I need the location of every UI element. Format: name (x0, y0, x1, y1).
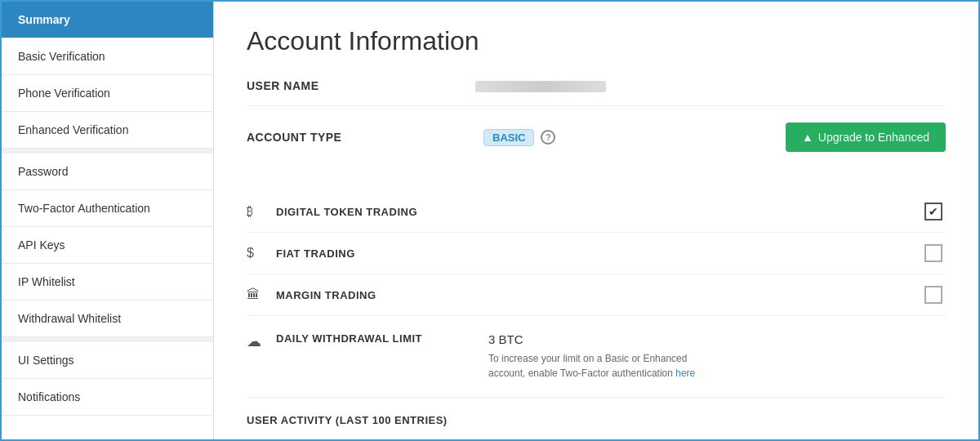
withdrawal-row: ☁ DAILY WITHDRAWAL LIMIT 3 BTC To increa… (247, 316, 946, 398)
user-activity-label: USER ACTIVITY (LAST 100 ENTRIES) (247, 398, 946, 426)
sidebar-group-verification: Summary Basic Verification Phone Verific… (2, 2, 213, 154)
sidebar-item-password[interactable]: Password (2, 154, 213, 190)
feature-row-margin: 🏛 MARGIN TRADING (247, 274, 946, 316)
cloud-icon: ☁ (247, 332, 276, 350)
sidebar-item-basic-verification[interactable]: Basic Verification (2, 38, 213, 75)
sidebar-item-phone-verification[interactable]: Phone Verification (2, 75, 213, 112)
features-section: ₿ DIGITAL TOKEN TRADING ✔ $ FIAT TRADING… (247, 191, 946, 426)
account-type-row: ACCOUNT TYPE BASIC ? ▲ Upgrade to Enhanc… (247, 122, 946, 168)
account-type-badge: BASIC (483, 129, 534, 146)
sidebar-item-withdrawal-whitelist[interactable]: Withdrawal Whitelist (2, 301, 213, 337)
upgrade-button[interactable]: ▲ Upgrade to Enhanced (786, 122, 946, 152)
margin-status (921, 286, 946, 304)
fiat-status (921, 244, 946, 262)
help-icon[interactable]: ? (541, 130, 555, 145)
withdrawal-note-text: To increase your limit on a Basic or Enh… (488, 353, 687, 379)
margin-label: MARGIN TRADING (276, 289, 921, 301)
withdrawal-value: 3 BTC (488, 332, 717, 346)
sidebar-group-security: Password Two-Factor Authentication API K… (2, 154, 213, 342)
withdrawal-note-link[interactable]: here (675, 368, 695, 379)
sidebar-item-api-keys[interactable]: API Keys (2, 227, 213, 264)
feature-row-fiat: $ FIAT TRADING (247, 233, 946, 274)
withdrawal-label: DAILY WITHDRAWAL LIMIT (276, 332, 488, 345)
sidebar-item-ui-settings[interactable]: UI Settings (2, 342, 213, 379)
sidebar-item-enhanced-verification[interactable]: Enhanced Verification (2, 112, 213, 149)
withdrawal-note: To increase your limit on a Basic or Enh… (488, 351, 717, 381)
main-content: Account Information USER NAME ACCOUNT TY… (214, 2, 978, 439)
username-value (475, 79, 946, 92)
checkbox-checked-digital-token: ✔ (924, 203, 942, 220)
sidebar: Summary Basic Verification Phone Verific… (2, 2, 214, 439)
bitcoin-icon: ₿ (247, 204, 276, 219)
username-placeholder (475, 81, 606, 92)
upgrade-button-label: Upgrade to Enhanced (818, 131, 929, 144)
sidebar-item-two-factor[interactable]: Two-Factor Authentication (2, 190, 213, 227)
fiat-label: FIAT TRADING (276, 247, 921, 260)
digital-token-label: DIGITAL TOKEN TRADING (276, 206, 921, 218)
feature-row-digital-token: ₿ DIGITAL TOKEN TRADING ✔ (247, 191, 946, 233)
checkbox-empty-margin (924, 286, 942, 304)
checkbox-empty-fiat (924, 244, 942, 262)
username-row: USER NAME (247, 79, 946, 106)
sidebar-item-ip-whitelist[interactable]: IP Whitelist (2, 264, 213, 301)
username-label: USER NAME (247, 79, 475, 92)
digital-token-status: ✔ (921, 203, 946, 220)
sidebar-item-notifications[interactable]: Notifications (2, 379, 213, 416)
account-type-label: ACCOUNT TYPE (247, 131, 475, 144)
page-title: Account Information (247, 26, 946, 56)
sidebar-group-settings: UI Settings Notifications (2, 342, 213, 416)
withdrawal-details: 3 BTC To increase your limit on a Basic … (488, 332, 717, 381)
dollar-icon: $ (247, 246, 276, 261)
upgrade-arrow-icon: ▲ (802, 131, 813, 144)
bank-icon: 🏛 (247, 287, 276, 302)
sidebar-item-summary[interactable]: Summary (2, 2, 213, 38)
